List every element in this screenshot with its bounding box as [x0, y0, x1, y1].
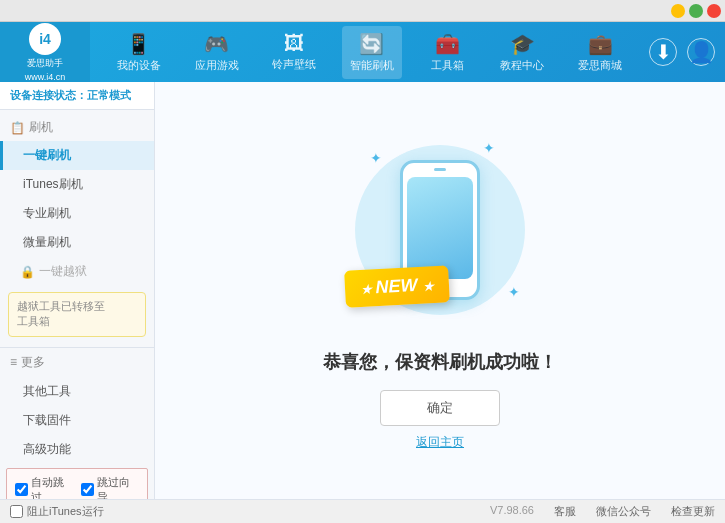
- flash-section-icon: 📋: [10, 121, 25, 135]
- tutorials-icon: 🎓: [510, 32, 535, 56]
- nav-tutorials-label: 教程中心: [500, 58, 544, 73]
- nav-smart-flash[interactable]: 🔄 智能刷机: [342, 26, 402, 79]
- lock-icon: 🔒: [20, 265, 35, 279]
- phone-camera: [434, 168, 446, 171]
- status-value: 正常模式: [87, 89, 131, 101]
- device-status-bar: 设备连接状态：正常模式: [0, 82, 154, 110]
- wallpaper-icon: 🖼: [284, 32, 304, 55]
- main-container: 设备连接状态：正常模式 📋 刷机 一键刷机 iTunes刷机 专业刷机 微量刷机…: [0, 82, 725, 499]
- block-itunes-checkbox[interactable]: [10, 505, 23, 518]
- footer-left: 阻止iTunes运行: [10, 504, 104, 519]
- download-button[interactable]: ⬇: [649, 38, 677, 66]
- checkbox-row: 自动跳过 跳过向导: [6, 468, 148, 499]
- footer: 阻止iTunes运行 V7.98.66 客服 微信公众号 检查更新: [0, 499, 725, 523]
- sidebar: 设备连接状态：正常模式 📋 刷机 一键刷机 iTunes刷机 专业刷机 微量刷机…: [0, 82, 155, 499]
- nav-apps[interactable]: 🎮 应用游戏: [187, 26, 247, 79]
- sidebar-item-advanced[interactable]: 高级功能: [0, 435, 154, 464]
- sidebar-item-itunes-flash[interactable]: iTunes刷机: [0, 170, 154, 199]
- sidebar-item-pro-flash[interactable]: 专业刷机: [0, 199, 154, 228]
- logo-icon: i4: [29, 23, 61, 55]
- service-link[interactable]: 客服: [554, 504, 576, 519]
- version-text: V7.98.66: [490, 504, 534, 519]
- nav-items: 📱 我的设备 🎮 应用游戏 🖼 铃声壁纸 🔄 智能刷机 🧰 工具箱 🎓 教程中心…: [90, 26, 649, 79]
- sidebar-item-jailbreak-disabled: 🔒 一键越狱: [0, 257, 154, 286]
- block-itunes-label: 阻止iTunes运行: [27, 504, 104, 519]
- header: i4 爱思助手 www.i4.cn 📱 我的设备 🎮 应用游戏 🖼 铃声壁纸 🔄…: [0, 22, 725, 82]
- more-section-title: ≡ 更多: [0, 347, 154, 377]
- nav-right-icons: ⬇ 👤: [649, 38, 725, 66]
- nav-toolbox[interactable]: 🧰 工具箱: [420, 26, 475, 79]
- shop-icon: 💼: [588, 32, 613, 56]
- my-device-icon: 📱: [126, 32, 151, 56]
- sidebar-item-downgrade-flash[interactable]: 微量刷机: [0, 228, 154, 257]
- confirm-button[interactable]: 确定: [380, 390, 500, 426]
- flash-section: 📋 刷机 一键刷机 iTunes刷机 专业刷机 微量刷机: [0, 114, 154, 257]
- sidebar-item-one-click-flash[interactable]: 一键刷机: [0, 141, 154, 170]
- auto-jump-checkbox[interactable]: [15, 483, 28, 496]
- nav-wallpaper[interactable]: 🖼 铃声壁纸: [264, 26, 324, 78]
- close-button[interactable]: [707, 4, 721, 18]
- nav-shop-label: 爱思商城: [578, 58, 622, 73]
- sidebar-item-download-firmware[interactable]: 下载固件: [0, 406, 154, 435]
- skip-guide-label[interactable]: 跳过向导: [81, 475, 139, 499]
- toolbox-icon: 🧰: [435, 32, 460, 56]
- logo-website: www.i4.cn: [25, 72, 66, 82]
- star-icon-3: ✦: [508, 284, 520, 300]
- logo-tagline: 爱思助手: [27, 57, 63, 70]
- apps-icon: 🎮: [204, 32, 229, 56]
- star-icon-2: ✦: [483, 140, 495, 156]
- logo-area: i4 爱思助手 www.i4.cn: [0, 22, 90, 82]
- sidebar-notice: 越狱工具已转移至工具箱: [8, 292, 146, 337]
- user-button[interactable]: 👤: [687, 38, 715, 66]
- wechat-link[interactable]: 微信公众号: [596, 504, 651, 519]
- footer-right: V7.98.66 客服 微信公众号 检查更新: [490, 504, 715, 519]
- star-icon-1: ✦: [370, 150, 382, 166]
- nav-shop[interactable]: 💼 爱思商城: [570, 26, 630, 79]
- skip-guide-checkbox[interactable]: [81, 483, 94, 496]
- sidebar-item-other-tools[interactable]: 其他工具: [0, 377, 154, 406]
- update-link[interactable]: 检查更新: [671, 504, 715, 519]
- content-area: ✦ ✦ ✦ NEW 恭喜您，保资料刷机成功啦！ 确定 返回主页: [155, 82, 725, 499]
- nav-my-device[interactable]: 📱 我的设备: [109, 26, 169, 79]
- nav-tutorials[interactable]: 🎓 教程中心: [492, 26, 552, 79]
- phone-screen: [407, 177, 473, 279]
- more-icon: ≡: [10, 355, 17, 369]
- minimize-button[interactable]: [671, 4, 685, 18]
- titlebar: [0, 0, 725, 22]
- nav-toolbox-label: 工具箱: [431, 58, 464, 73]
- maximize-button[interactable]: [689, 4, 703, 18]
- home-link[interactable]: 返回主页: [416, 434, 464, 451]
- nav-apps-label: 应用游戏: [195, 58, 239, 73]
- nav-my-device-label: 我的设备: [117, 58, 161, 73]
- congrats-text: 恭喜您，保资料刷机成功啦！: [323, 350, 557, 374]
- auto-jump-label[interactable]: 自动跳过: [15, 475, 73, 499]
- nav-wallpaper-label: 铃声壁纸: [272, 57, 316, 72]
- success-illustration: ✦ ✦ ✦ NEW: [340, 130, 540, 330]
- new-badge: NEW: [344, 265, 450, 307]
- nav-smart-flash-label: 智能刷机: [350, 58, 394, 73]
- status-label: 设备连接状态：: [10, 89, 87, 101]
- flash-section-title: 📋 刷机: [0, 114, 154, 141]
- smart-flash-icon: 🔄: [359, 32, 384, 56]
